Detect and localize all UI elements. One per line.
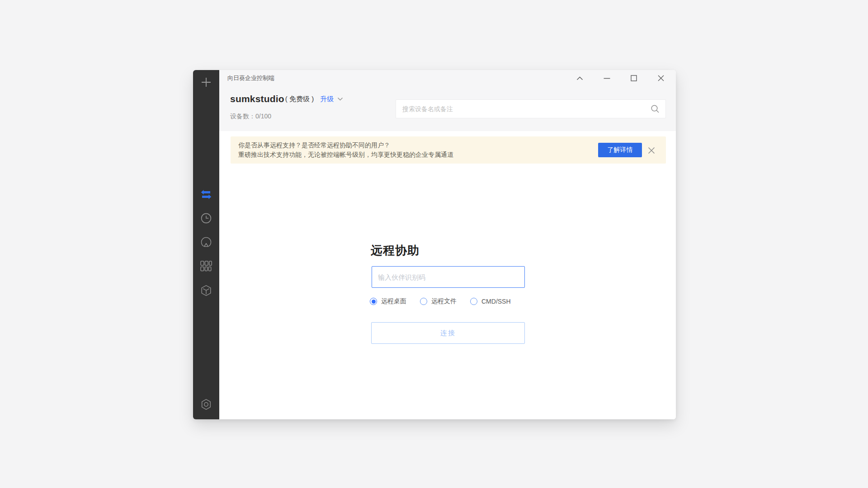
banner-close-button[interactable] <box>648 147 655 154</box>
promo-banner: 你是否从事远程支持？是否经常远程协助不同的用户？ 重磅推出技术支持功能，无论被控… <box>231 136 666 164</box>
mode-remote-file[interactable]: 远程文件 <box>420 297 457 305</box>
partner-id-input[interactable] <box>372 266 525 288</box>
sidebar-item-remote-support[interactable] <box>193 233 219 251</box>
sidebar-item-history[interactable] <box>193 209 219 227</box>
banner-line-1: 你是否从事远程支持？是否经常远程协助不同的用户？ <box>238 141 453 150</box>
mode-label: 远程文件 <box>431 297 457 305</box>
remote-assist-arrows-icon <box>200 189 212 200</box>
radio-selected-icon[interactable] <box>370 298 377 305</box>
account-tier: ( 免费级 ) <box>285 95 314 103</box>
maximize-icon <box>631 75 637 81</box>
learn-more-button[interactable]: 了解详情 <box>598 143 642 157</box>
mode-cmd-ssh[interactable]: CMD/SSH <box>470 298 511 305</box>
devices-grid-icon <box>200 261 212 272</box>
search-box <box>396 99 666 118</box>
mode-label: 远程桌面 <box>381 297 406 305</box>
account-name: sumkstudio <box>230 94 284 104</box>
search-button[interactable] <box>651 104 660 115</box>
history-clock-icon <box>200 212 212 224</box>
close-button[interactable] <box>656 73 666 84</box>
close-icon <box>648 147 655 154</box>
window-title: 向日葵企业控制端 <box>227 74 274 82</box>
page-title: 远程协助 <box>371 243 420 258</box>
sidebar-item-devices[interactable] <box>193 257 219 275</box>
chevron-up-icon <box>576 76 583 80</box>
banner-line-2: 重磅推出技术支持功能，无论被控端帐号级别，均享更快更稳的企业专属通道 <box>238 150 453 160</box>
upgrade-link[interactable]: 升级 <box>320 95 334 103</box>
account-row: sumkstudio ( 免费级 ) 升级 <box>230 94 343 104</box>
header: 向日葵企业控制端 <box>219 70 676 131</box>
close-icon <box>658 75 664 81</box>
search-input[interactable] <box>396 100 665 118</box>
radio-unselected-icon[interactable] <box>470 298 477 305</box>
app-window: 向日葵企业控制端 <box>193 70 676 419</box>
sidebar-item-settings[interactable] <box>193 395 219 413</box>
search-icon <box>651 104 660 113</box>
sidebar-item-remote-assist[interactable] <box>193 185 219 203</box>
sidebar <box>193 70 219 419</box>
account-menu-toggle[interactable] <box>337 97 343 101</box>
banner-text: 你是否从事远程支持？是否经常远程协助不同的用户？ 重磅推出技术支持功能，无论被控… <box>238 141 453 160</box>
remote-support-icon <box>200 236 212 248</box>
new-session-button[interactable] <box>193 73 219 91</box>
plus-new-icon <box>200 76 212 88</box>
minimize-button[interactable] <box>601 73 612 84</box>
maximize-button[interactable] <box>628 73 639 84</box>
main-content: 你是否从事远程支持？是否经常远程协助不同的用户？ 重磅推出技术支持功能，无论被控… <box>219 131 676 419</box>
minimize-icon <box>604 78 610 79</box>
device-count: 设备数：0/100 <box>230 113 271 121</box>
chevron-down-icon <box>337 97 343 101</box>
radio-unselected-icon[interactable] <box>420 298 427 305</box>
apps-cube-icon <box>200 285 212 296</box>
sidebar-item-apps[interactable] <box>193 282 219 300</box>
settings-nut-icon <box>201 399 212 410</box>
collapse-button[interactable] <box>574 73 585 84</box>
mode-remote-desktop[interactable]: 远程桌面 <box>370 297 406 305</box>
connection-mode-group: 远程桌面 远程文件 CMD/SSH <box>370 297 511 305</box>
mode-label: CMD/SSH <box>481 298 511 305</box>
connect-button[interactable]: 连接 <box>371 322 525 344</box>
window-controls <box>574 73 666 84</box>
